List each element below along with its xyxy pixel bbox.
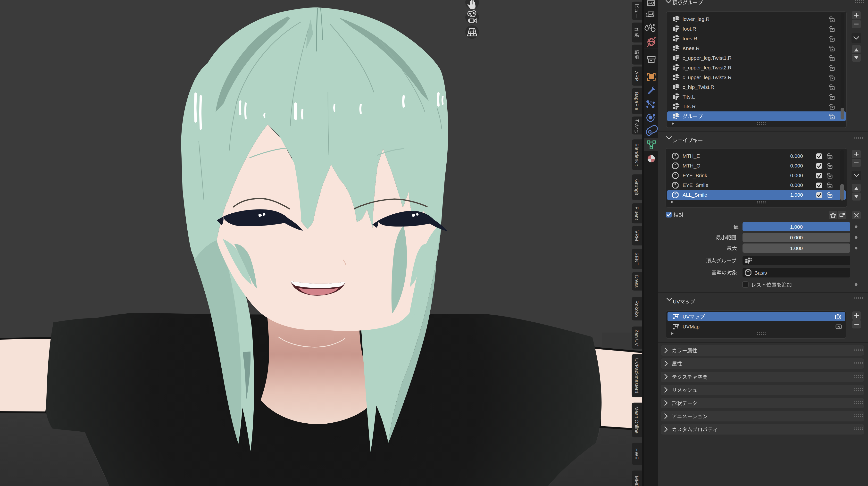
svg-text:VRM: VRM [634, 231, 639, 241]
svg-text:SENT: SENT [634, 252, 639, 265]
svg-text:ALL_Smile: ALL_Smile [683, 192, 707, 198]
svg-text:HWE: HWE [634, 448, 639, 459]
svg-text:1.000: 1.000 [790, 192, 803, 198]
svg-text:UV: UV [683, 314, 690, 320]
svg-text:BlenderKit: BlenderKit [634, 144, 639, 166]
svg-text:1.000: 1.000 [790, 245, 803, 251]
svg-text:foot.R: foot.R [683, 26, 696, 32]
svg-text:BagaPie: BagaPie [634, 92, 639, 111]
svg-text:Zen UV: Zen UV [634, 329, 639, 346]
svg-text:0.000: 0.000 [790, 235, 803, 240]
svg-text:0.000: 0.000 [790, 182, 803, 188]
svg-text:Dress: Dress [634, 275, 639, 288]
svg-text:Grungit: Grungit [634, 179, 639, 195]
svg-text:EYE_Brink: EYE_Brink [683, 173, 707, 178]
svg-text:Knee.R: Knee.R [683, 45, 700, 51]
svg-text:Tits.R: Tits.R [683, 104, 696, 109]
svg-text:EYE_Smile: EYE_Smile [683, 182, 708, 188]
svg-text:MTH_O: MTH_O [683, 163, 701, 169]
svg-text:Fluent: Fluent [634, 207, 639, 220]
svg-text:UVPackmaster4: UVPackmaster4 [634, 358, 639, 393]
svg-text:MTH_E: MTH_E [683, 153, 700, 159]
svg-text:lower_leg.R: lower_leg.R [683, 16, 710, 22]
svg-text:Rokoko: Rokoko [634, 301, 639, 317]
svg-text:MMD: MMD [634, 476, 639, 486]
svg-text:c_upper_leg.Twist1.R: c_upper_leg.Twist1.R [683, 55, 732, 61]
svg-text:Mesh Online: Mesh Online [634, 406, 639, 433]
svg-text:ARP: ARP [634, 71, 639, 81]
svg-text:c_upper_leg.Twist3.R: c_upper_leg.Twist3.R [683, 74, 732, 80]
svg-text:UVMap: UVMap [683, 324, 700, 329]
svg-text:0.000: 0.000 [790, 163, 803, 169]
svg-text:toes.R: toes.R [683, 36, 698, 41]
svg-text:Basis: Basis [754, 270, 767, 276]
svg-text:0.000: 0.000 [790, 173, 803, 178]
svg-text:c_hip_Twist.R: c_hip_Twist.R [683, 84, 714, 90]
svg-text:1.000: 1.000 [790, 224, 803, 230]
svg-text:0.000: 0.000 [790, 153, 803, 159]
svg-text:Tits.L: Tits.L [683, 94, 695, 99]
svg-text:UV: UV [673, 299, 680, 304]
svg-text:c_upper_leg.Twist2.R: c_upper_leg.Twist2.R [683, 65, 732, 71]
